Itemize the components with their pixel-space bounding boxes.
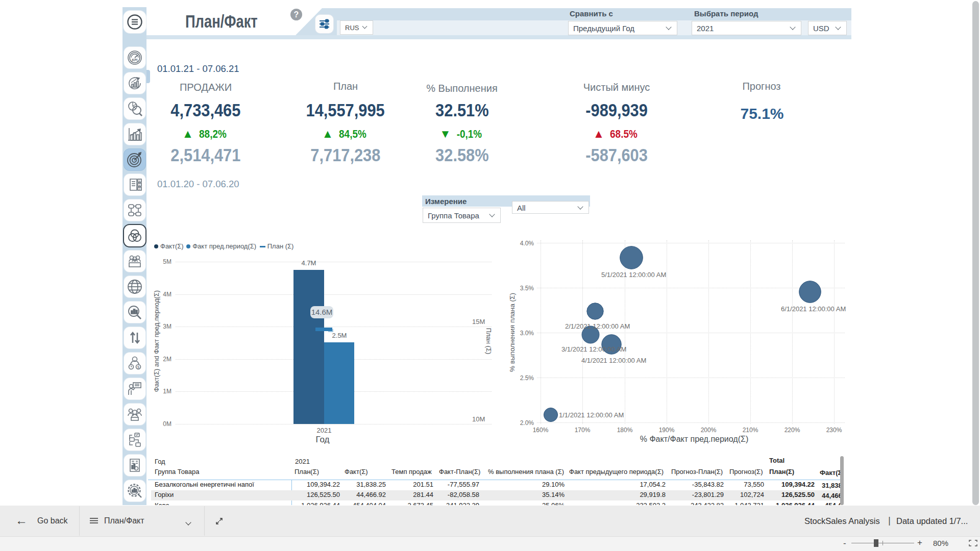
svg-text:1: 1: [139, 179, 140, 182]
svg-text:$: $: [137, 365, 139, 369]
svg-text:2: 2: [139, 183, 140, 186]
svg-text:3: 3: [139, 187, 140, 190]
svg-text:KPI: KPI: [132, 58, 138, 62]
